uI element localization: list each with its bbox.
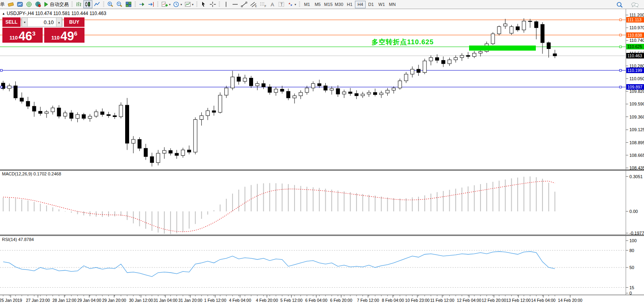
toolbar-separator <box>135 2 136 7</box>
toolbar-separator <box>71 2 73 7</box>
svg-text:28 Jan 12:00: 28 Jan 12:00 <box>53 298 77 303</box>
fibonacci-icon[interactable]: F <box>258 0 268 8</box>
svg-text:110.740: 110.740 <box>629 38 644 43</box>
buy-price-big: 49 <box>60 31 74 41</box>
volume-decrease-button[interactable]: ▼ <box>22 18 28 26</box>
label-icon[interactable]: T <box>277 0 286 8</box>
sell-price-pip: 3 <box>32 30 36 37</box>
add-indicator-icon[interactable]: ▾ <box>160 0 172 8</box>
arrows-icon[interactable]: ▾ <box>286 0 297 8</box>
tile-windows-icon[interactable] <box>124 0 133 8</box>
svg-text:-0.1977: -0.1977 <box>629 231 644 235</box>
price-tag: 109.897 <box>626 84 644 90</box>
charts-icon[interactable] <box>15 0 24 8</box>
price-tag: 110.625 <box>626 44 644 49</box>
svg-text:F: F <box>265 5 266 8</box>
svg-text:110.970: 110.970 <box>629 25 644 30</box>
symbol-ohlc-text: USDJPY-,H4 110.474 110.581 110.444 110.4… <box>7 11 106 16</box>
svg-text:108.895: 108.895 <box>629 140 644 145</box>
vertical-line-icon[interactable] <box>222 0 231 8</box>
toolbar-right-group <box>615 1 640 9</box>
sell-price-big: 46 <box>19 31 32 41</box>
svg-text:109.125: 109.125 <box>629 127 644 132</box>
toolbar: 单 自动交易▾▾▾EFAT▾ M1M5M15M30H1H4D1W1MN <box>0 0 644 9</box>
rsi-indicator-label: RSI(14) 47.8784 <box>2 237 34 242</box>
volume-input[interactable] <box>28 18 56 26</box>
timeframe-m15[interactable]: M15 <box>323 1 334 8</box>
crosshair-icon[interactable] <box>208 0 217 8</box>
chat-icon[interactable] <box>630 1 640 9</box>
time-axis[interactable]: 25 Jan 201927 Jan 23:0028 Jan 12:0029 Ja… <box>0 295 644 305</box>
macd-panel-canvas[interactable]: 0.30510.00-0.1977 <box>0 171 644 235</box>
trendline-icon[interactable] <box>240 0 249 8</box>
svg-text:E: E <box>255 5 257 8</box>
svg-text:15: 15 <box>629 285 634 290</box>
svg-text:108.435: 108.435 <box>629 166 644 169</box>
support-zone-rectangle[interactable] <box>469 45 536 51</box>
buy-button[interactable]: BUY <box>64 17 84 27</box>
bar-chart-icon[interactable] <box>74 0 83 8</box>
svg-text:A: A <box>271 2 274 8</box>
timeframe-m1[interactable]: M1 <box>302 1 312 8</box>
collapse-panel-icon[interactable]: ▲ <box>2 12 5 15</box>
timeframe-mn[interactable]: MN <box>387 1 398 8</box>
timeframe-d1[interactable]: D1 <box>366 1 376 8</box>
rsi-panel-canvas[interactable]: 1008050150 <box>0 236 644 295</box>
sell-button[interactable]: SELL <box>2 17 21 27</box>
sell-price-button[interactable]: 110463 <box>2 28 43 43</box>
period-icon[interactable]: ▾ <box>172 0 183 8</box>
svg-text:27 Jan 23:00: 27 Jan 23:00 <box>26 298 50 303</box>
channel-icon[interactable]: E <box>249 0 258 8</box>
autotrade-button[interactable]: 自动交易 <box>43 0 70 8</box>
timeframe-m30[interactable]: M30 <box>334 1 344 8</box>
sell-price-prefix: 110 <box>9 35 18 41</box>
svg-text:30 Jan 12:00: 30 Jan 12:00 <box>129 298 153 303</box>
price-tag: 110.199 <box>626 68 644 73</box>
line-chart-icon[interactable] <box>92 0 101 8</box>
market-watch-icon[interactable] <box>24 0 34 8</box>
svg-text:80: 80 <box>629 248 634 253</box>
svg-text:11 Feb 12:00: 11 Feb 12:00 <box>430 298 454 303</box>
dropdown-caret-icon[interactable]: ▾ <box>180 3 182 6</box>
cursor-icon[interactable] <box>199 0 208 8</box>
zoom-out-icon[interactable] <box>115 0 124 8</box>
timeframe-m5[interactable]: M5 <box>312 1 323 8</box>
buy-price-button[interactable]: 110496 <box>44 28 84 43</box>
main-chart-canvas[interactable]: 111.200110.970110.740110.510110.280110.0… <box>0 9 644 169</box>
template-icon[interactable]: ▾ <box>183 0 195 8</box>
volume-increase-button[interactable]: ▲ <box>56 18 62 26</box>
svg-text:0.00: 0.00 <box>629 209 638 214</box>
svg-text:31 Jan 04:00: 31 Jan 04:00 <box>154 298 178 303</box>
autoscroll-icon[interactable] <box>137 0 146 8</box>
timeframe-w1[interactable]: W1 <box>376 1 387 8</box>
svg-text:10 Feb 23:00: 10 Feb 23:00 <box>405 298 430 303</box>
price-tag: 110.463 <box>626 53 644 58</box>
svg-text:14 Feb 20:00: 14 Feb 20:00 <box>558 298 582 303</box>
timeframe-h1[interactable]: H1 <box>344 1 355 8</box>
new-order-icon[interactable] <box>6 0 15 8</box>
chart-shift-icon[interactable] <box>146 0 156 8</box>
candlestick-chart-icon[interactable] <box>83 0 92 8</box>
svg-text:13 Feb 12:00: 13 Feb 12:00 <box>506 298 531 303</box>
svg-text:12 Feb 04:00: 12 Feb 04:00 <box>457 298 481 303</box>
horizontal-line-icon[interactable] <box>231 0 240 8</box>
svg-text:108.665: 108.665 <box>629 153 644 158</box>
dropdown-caret-icon[interactable]: ▾ <box>295 3 296 6</box>
expert-advisor-icon[interactable] <box>34 0 43 8</box>
timeframe-toolbar: M1M5M15M30H1H4D1W1MN <box>302 1 398 8</box>
dropdown-caret-icon[interactable]: ▾ <box>192 3 193 6</box>
svg-text:29 Jan 04:00: 29 Jan 04:00 <box>77 298 101 303</box>
dropdown-caret-icon[interactable]: ▾ <box>169 3 171 6</box>
search-icon[interactable] <box>615 1 624 9</box>
svg-text:8 Feb 04:00: 8 Feb 04:00 <box>382 298 404 303</box>
svg-text:31 Jan 20:00: 31 Jan 20:00 <box>178 298 203 303</box>
text-icon[interactable]: A <box>268 0 277 8</box>
svg-text:1 Feb 12:00: 1 Feb 12:00 <box>204 298 226 303</box>
price-tag: 110.838 <box>626 32 644 38</box>
volume-control: ▼ ▲ <box>21 17 62 27</box>
timeframe-h4[interactable]: H4 <box>355 1 366 8</box>
svg-text:T: T <box>280 2 283 7</box>
order-menu-label[interactable]: 单 <box>0 1 5 8</box>
svg-text:6 Feb 20:00: 6 Feb 20:00 <box>330 298 352 303</box>
zoom-in-icon[interactable] <box>106 0 115 8</box>
